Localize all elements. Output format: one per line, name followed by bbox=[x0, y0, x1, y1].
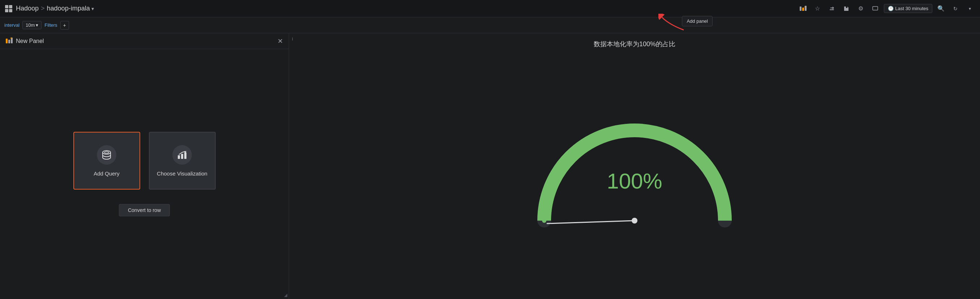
refresh-button[interactable]: ↻ bbox=[950, 3, 961, 14]
svg-rect-17 bbox=[178, 155, 180, 159]
svg-rect-4 bbox=[800, 6, 802, 11]
breadcrumb-parent[interactable]: Hadoop bbox=[16, 5, 39, 12]
navbar-right: + ☆ ⚙ 🕐 Last 30 minutes 🔍 ↻ bbox=[797, 3, 976, 14]
app-logo[interactable] bbox=[4, 4, 13, 13]
panel-resize-handle[interactable]: ◢ bbox=[284, 293, 287, 297]
panel-body: Add Query Choose Visualization bbox=[0, 49, 289, 299]
star-button[interactable]: ☆ bbox=[811, 3, 823, 14]
panel-close-button[interactable]: ✕ bbox=[277, 37, 283, 45]
panel-title-icon: + bbox=[6, 37, 13, 45]
svg-rect-8 bbox=[830, 10, 834, 10]
panel-options: Add Query Choose Visualization bbox=[73, 132, 216, 189]
time-range-button[interactable]: 🕐 Last 30 minutes bbox=[884, 4, 932, 13]
plus-icon: + bbox=[63, 22, 66, 28]
gauge-container: 100% bbox=[289, 48, 980, 299]
toolbar: interval 10m ▾ Filters + bbox=[0, 17, 980, 33]
svg-rect-3 bbox=[9, 9, 12, 12]
svg-rect-12 bbox=[8, 40, 10, 43]
convert-to-row-button[interactable]: Convert to row bbox=[119, 204, 170, 216]
svg-text:+: + bbox=[804, 5, 806, 9]
svg-rect-0 bbox=[5, 5, 8, 8]
share-button[interactable] bbox=[826, 3, 838, 14]
breadcrumb: Hadoop > hadoop-impala ▾ bbox=[16, 5, 94, 12]
clock-icon: 🕐 bbox=[888, 6, 894, 11]
interval-button[interactable]: 10m ▾ bbox=[22, 21, 41, 29]
tooltip-text: Add panel bbox=[687, 18, 708, 24]
panel-title-text: New Panel bbox=[16, 38, 44, 45]
add-query-label: Add Query bbox=[94, 170, 119, 177]
interval-label: interval bbox=[4, 22, 19, 28]
choose-visualization-option[interactable]: Choose Visualization bbox=[149, 132, 216, 189]
svg-point-22 bbox=[542, 218, 546, 223]
main-content: + New Panel ✕ bbox=[0, 33, 980, 299]
svg-rect-11 bbox=[6, 39, 8, 43]
display-button[interactable] bbox=[869, 3, 881, 14]
zoom-button[interactable]: 🔍 bbox=[935, 3, 947, 14]
svg-rect-2 bbox=[5, 9, 8, 12]
panel-title: + New Panel bbox=[6, 37, 44, 45]
add-filter-button[interactable]: + bbox=[60, 21, 69, 30]
interval-dropdown-icon: ▾ bbox=[36, 22, 38, 28]
panel-header: + New Panel ✕ bbox=[0, 33, 289, 49]
breadcrumb-current[interactable]: hadoop-impala ▾ bbox=[47, 5, 94, 12]
svg-rect-1 bbox=[9, 5, 12, 8]
breadcrumb-separator: > bbox=[41, 5, 45, 12]
new-panel-area: + New Panel ✕ bbox=[0, 33, 289, 299]
interval-value: 10m bbox=[25, 22, 35, 28]
choose-visualization-label: Choose Visualization bbox=[157, 170, 207, 177]
svg-text:+: + bbox=[10, 37, 12, 40]
svg-rect-18 bbox=[181, 154, 183, 159]
info-icon: i bbox=[292, 36, 293, 41]
filters-button[interactable]: Filters bbox=[45, 22, 57, 28]
arrow-indicator bbox=[659, 14, 687, 33]
time-range-label: Last 30 minutes bbox=[895, 6, 928, 11]
chevron-down-icon: ▾ bbox=[91, 6, 94, 11]
filters-label: Filters bbox=[45, 22, 57, 28]
database-icon bbox=[97, 145, 116, 165]
convert-row-label: Convert to row bbox=[128, 207, 161, 213]
gauge-value: 100% bbox=[607, 169, 662, 194]
save-button[interactable] bbox=[840, 3, 852, 14]
svg-rect-9 bbox=[873, 6, 878, 10]
navbar-left: Hadoop > hadoop-impala ▾ bbox=[4, 4, 94, 13]
svg-point-23 bbox=[632, 218, 638, 224]
navbar: Hadoop > hadoop-impala ▾ + ☆ bbox=[0, 0, 980, 17]
gauge-wrapper: 100% bbox=[508, 91, 761, 257]
add-panel-button[interactable]: + bbox=[797, 3, 809, 14]
chart-icon bbox=[172, 145, 192, 165]
gauge-title: 数据本地化率为100%的占比 bbox=[594, 40, 675, 48]
settings-button[interactable]: ⚙ bbox=[855, 3, 867, 14]
right-panel: i 数据本地化率为100%的占比 bbox=[289, 33, 980, 299]
breadcrumb-current-label: hadoop-impala bbox=[47, 5, 90, 12]
refresh-options-button[interactable]: ▾ bbox=[964, 3, 976, 14]
svg-line-21 bbox=[547, 221, 635, 224]
svg-point-15 bbox=[103, 151, 111, 154]
add-query-option[interactable]: Add Query bbox=[73, 132, 140, 189]
